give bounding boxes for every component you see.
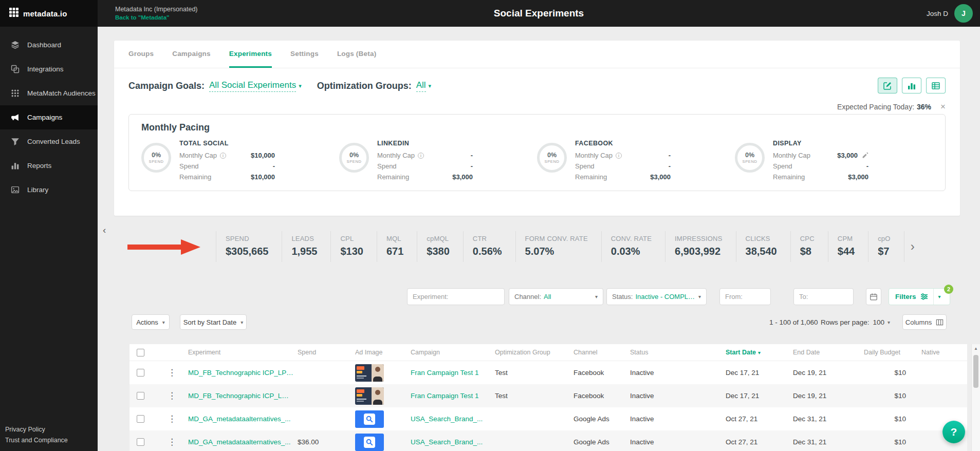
new-experiment-icon[interactable]: [878, 78, 897, 93]
column-header-spend[interactable]: Spend: [298, 349, 355, 356]
campaign-goals-dropdown[interactable]: All Social Experiments: [209, 80, 296, 92]
column-header-status[interactable]: Status: [630, 349, 726, 356]
sort-caret-icon: ▾: [758, 350, 761, 355]
privacy-policy-link[interactable]: Privacy Policy: [5, 425, 68, 434]
table-view-icon[interactable]: [926, 78, 946, 93]
user-menu[interactable]: Josh D J: [927, 0, 973, 27]
pacing-metric-row: Monthly Capi$10,000: [179, 152, 275, 159]
experiments-table: ExperimentSpendAd ImageCampaignOptimizat…: [130, 344, 967, 451]
channel-cell: Facebook: [574, 392, 630, 400]
sort-button[interactable]: Sort by Start Date▾: [180, 314, 247, 330]
chevron-down-icon: ▾: [241, 320, 243, 325]
chevron-down-icon[interactable]: ▾: [934, 294, 946, 299]
sidebar-item-library[interactable]: Library: [0, 178, 98, 202]
campaign-link[interactable]: Fran Campaign Test 1: [411, 392, 491, 400]
row-menu-icon[interactable]: ⋮: [164, 437, 179, 447]
facebook-ad-thumb[interactable]: [355, 364, 384, 382]
column-header-experiment[interactable]: Experiment: [188, 349, 298, 356]
trust-compliance-link[interactable]: Trust and Compliance: [5, 436, 68, 445]
stat-cpmql: cpMQL$380: [417, 231, 464, 262]
from-date-input[interactable]: [719, 288, 771, 305]
tab-settings[interactable]: Settings: [290, 41, 319, 68]
tab-logs-beta[interactable]: Logs (Beta): [337, 41, 376, 68]
channel-cell: Google Ads: [574, 438, 630, 446]
row-checkbox[interactable]: [137, 438, 144, 446]
scrollbar-thumb[interactable]: [973, 355, 978, 388]
facebook-ad-thumb[interactable]: [355, 387, 384, 405]
google-ads-thumb[interactable]: [355, 434, 384, 451]
rows-per-page-select[interactable]: 100 ▾: [873, 318, 891, 326]
table-scrollbar[interactable]: ▲: [971, 344, 980, 451]
google-ads-thumb[interactable]: [355, 410, 384, 428]
sidebar-footer: Privacy Policy Trust and Compliance: [5, 425, 68, 445]
column-header-native[interactable]: Native: [921, 349, 967, 356]
chart-view-icon[interactable]: [902, 78, 921, 93]
campaign-link[interactable]: Fran Campaign Test 1: [411, 369, 491, 377]
scroll-up-icon[interactable]: ▲: [972, 344, 980, 353]
experiment-filter-input[interactable]: [407, 288, 505, 305]
column-header-ad-image[interactable]: Ad Image: [355, 349, 411, 356]
row-menu-icon[interactable]: ⋮: [164, 414, 179, 424]
avatar[interactable]: J: [954, 4, 973, 23]
sidebar-item-converted-leads[interactable]: Converted Leads: [0, 129, 98, 154]
sidebar-item-campaigns[interactable]: Campaigns: [0, 105, 98, 129]
pacing-metric-row: Spend-: [179, 162, 275, 170]
close-icon[interactable]: ×: [940, 102, 946, 111]
status-filter-select[interactable]: Status: Inactive - COMPLE... ▾: [606, 288, 707, 305]
edit-pencil-icon[interactable]: [862, 152, 868, 159]
column-header-end-date[interactable]: End Date: [793, 349, 864, 356]
calendar-icon: [870, 293, 878, 301]
sidebar-item-integrations[interactable]: Integrations: [0, 57, 98, 81]
row-menu-icon[interactable]: ⋮: [164, 368, 179, 378]
info-icon[interactable]: i: [220, 153, 226, 159]
row-checkbox[interactable]: [137, 392, 144, 400]
experiment-link[interactable]: MD_GA_metadataalternatives_...: [188, 415, 293, 423]
row-checkbox[interactable]: [137, 415, 144, 423]
actions-button[interactable]: Actions▾: [132, 314, 170, 330]
goals-row: Campaign Goals: All Social Experiments ▾…: [128, 78, 946, 94]
campaign-link[interactable]: USA_Search_Brand_...: [411, 438, 491, 446]
logo[interactable]: metadata.io: [0, 0, 98, 27]
filters-row: Channel: All ▾ Status: Inactive - COMPLE…: [98, 288, 980, 306]
column-header-optimization-group[interactable]: Optimization Group: [495, 349, 574, 356]
experiment-link[interactable]: MD_FB_Technographic ICP_LP_...: [188, 369, 293, 377]
help-button[interactable]: ?: [942, 421, 965, 443]
daily-budget-cell: $10: [864, 369, 921, 377]
column-header-start-date[interactable]: Start Date▾: [726, 349, 793, 356]
sidebar-collapse-icon[interactable]: ‹: [100, 223, 109, 237]
filters-button[interactable]: Filters ▾ 2: [889, 288, 950, 305]
pacing-metric-row: Monthly Capi-: [575, 152, 671, 159]
calendar-button[interactable]: [866, 288, 881, 305]
sidebar-item-reports[interactable]: Reports: [0, 154, 98, 178]
chevron-down-icon[interactable]: ▾: [429, 83, 432, 89]
tab-campaigns[interactable]: Campaigns: [172, 41, 211, 68]
chevron-down-icon[interactable]: ▾: [299, 83, 302, 89]
to-date-input[interactable]: [793, 288, 854, 305]
end-date-cell: Dec 19, 21: [793, 392, 864, 400]
experiment-link[interactable]: MD_GA_metadataalternatives_...: [188, 438, 293, 446]
image-icon: [10, 185, 20, 195]
stats-row: SPEND$305,665LEADS1,955CPL$130MQL671cpMQ…: [216, 231, 921, 262]
column-header-campaign[interactable]: Campaign: [411, 349, 495, 356]
select-all-checkbox[interactable]: [137, 349, 144, 356]
back-to-metadata-link[interactable]: Back to "Metadata": [115, 14, 198, 22]
channel-filter-select[interactable]: Channel: All ▾: [509, 288, 603, 305]
columns-button[interactable]: Columns: [902, 314, 947, 330]
optimization-groups-dropdown[interactable]: All: [416, 80, 426, 92]
campaign-link[interactable]: USA_Search_Brand_...: [411, 415, 491, 423]
expected-pacing-value: 36%: [917, 103, 931, 111]
row-checkbox[interactable]: [137, 369, 144, 377]
stats-next-icon[interactable]: ›: [904, 231, 921, 262]
tab-groups[interactable]: Groups: [128, 41, 154, 68]
column-header-daily-budget[interactable]: Daily Budget: [864, 349, 921, 356]
sidebar-item-dashboard[interactable]: Dashboard: [0, 33, 98, 57]
info-icon[interactable]: i: [418, 153, 424, 159]
pacing-metric-row: Remaining$3,000: [377, 173, 473, 181]
tab-experiments[interactable]: Experiments: [229, 41, 272, 68]
experiment-link[interactable]: MD_FB_Technographic ICP_LG_...: [188, 392, 293, 400]
row-menu-icon[interactable]: ⋮: [164, 391, 179, 401]
stat-clicks: CLICKS38,540: [736, 231, 791, 262]
column-header-channel[interactable]: Channel: [574, 349, 630, 356]
sidebar-item-metamatch-audiences[interactable]: MetaMatch Audiences: [0, 81, 98, 105]
info-icon[interactable]: i: [616, 153, 622, 159]
